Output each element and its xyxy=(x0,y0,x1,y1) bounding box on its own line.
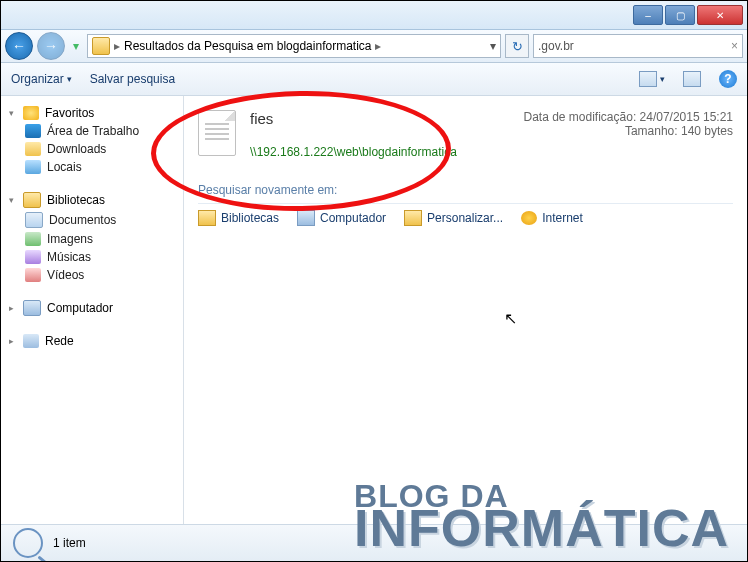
breadcrumb[interactable]: ▸ Resultados da Pesquisa em blogdainform… xyxy=(87,34,501,58)
search-again-computer[interactable]: Computador xyxy=(297,210,386,226)
file-icon xyxy=(198,110,236,156)
search-value: .gov.br xyxy=(538,39,574,53)
sidebar-item-desktop[interactable]: Área de Trabalho xyxy=(7,122,177,140)
collapse-icon: ▾ xyxy=(9,108,17,118)
toolbar: Organizar ▾ Salvar pesquisa ▾ ? xyxy=(1,63,747,96)
result-mod-label: Data de modificação: xyxy=(524,110,637,124)
navbar: ← → ▾ ▸ Resultados da Pesquisa em blogda… xyxy=(1,30,747,63)
result-size-label: Tamanho: xyxy=(625,124,678,138)
music-icon xyxy=(25,250,41,264)
status-bar: 1 item xyxy=(1,524,747,561)
search-again-internet[interactable]: Internet xyxy=(521,211,583,225)
search-again-section: Pesquisar novamente em: Bibliotecas Comp… xyxy=(198,183,733,226)
close-button[interactable]: ✕ xyxy=(697,5,743,25)
sidebar-item-music[interactable]: Músicas xyxy=(7,248,177,266)
sidebar-item-videos[interactable]: Vídeos xyxy=(7,266,177,284)
back-button[interactable]: ← xyxy=(5,32,33,60)
status-count: 1 item xyxy=(53,536,86,550)
breadcrumb-sep-icon: ▸ xyxy=(375,39,381,53)
sidebar-item-images[interactable]: Imagens xyxy=(7,230,177,248)
content-pane: fies \\192.168.1.222\web\blogdainformati… xyxy=(184,96,747,528)
folder-icon xyxy=(404,210,422,226)
search-icon xyxy=(13,528,43,558)
internet-icon xyxy=(521,211,537,225)
sidebar-computer[interactable]: ▸ Computador xyxy=(7,298,177,318)
downloads-icon xyxy=(25,142,41,156)
breadcrumb-dropdown-icon[interactable]: ▾ xyxy=(490,39,496,53)
search-result[interactable]: fies \\192.168.1.222\web\blogdainformati… xyxy=(198,104,733,165)
expand-icon: ▸ xyxy=(9,336,17,346)
help-button[interactable]: ? xyxy=(719,70,737,88)
documents-icon xyxy=(25,212,43,228)
clear-search-icon[interactable]: × xyxy=(731,39,738,53)
chevron-down-icon: ▾ xyxy=(660,74,665,84)
refresh-button[interactable]: ↻ xyxy=(505,34,529,58)
preview-pane-button[interactable] xyxy=(683,71,701,87)
folder-icon xyxy=(92,37,110,55)
result-path: \\192.168.1.222\web\blogdainformatica xyxy=(250,145,510,159)
sidebar-network[interactable]: ▸ Rede xyxy=(7,332,177,350)
chevron-down-icon: ▾ xyxy=(67,74,72,84)
places-icon xyxy=(25,160,41,174)
sidebar-libraries[interactable]: ▾ Bibliotecas xyxy=(7,190,177,210)
cursor-icon: ↖ xyxy=(504,309,517,328)
maximize-button[interactable]: ▢ xyxy=(665,5,695,25)
videos-icon xyxy=(25,268,41,282)
network-icon xyxy=(23,334,39,348)
expand-icon: ▸ xyxy=(9,303,17,313)
save-search-button[interactable]: Salvar pesquisa xyxy=(90,72,175,86)
desktop-icon xyxy=(25,124,41,138)
sidebar-item-places[interactable]: Locais xyxy=(7,158,177,176)
breadcrumb-label: Resultados da Pesquisa em blogdainformat… xyxy=(124,39,371,53)
sidebar-favorites[interactable]: ▾ Favoritos xyxy=(7,104,177,122)
sidebar: ▾ Favoritos Área de Trabalho Downloads L… xyxy=(1,96,184,528)
breadcrumb-sep-icon: ▸ xyxy=(114,39,120,53)
sidebar-item-documents[interactable]: Documentos xyxy=(7,210,177,230)
view-mode-button[interactable]: ▾ xyxy=(639,71,665,87)
organize-button[interactable]: Organizar ▾ xyxy=(11,72,72,86)
result-title: fies xyxy=(250,110,510,127)
images-icon xyxy=(25,232,41,246)
result-mod-value: 24/07/2015 15:21 xyxy=(640,110,733,124)
titlebar: – ▢ ✕ xyxy=(1,1,747,30)
search-again-customize[interactable]: Personalizar... xyxy=(404,210,503,226)
nav-history-dropdown[interactable]: ▾ xyxy=(69,35,83,57)
result-size-value: 140 bytes xyxy=(681,124,733,138)
sidebar-item-downloads[interactable]: Downloads xyxy=(7,140,177,158)
star-icon xyxy=(23,106,39,120)
search-again-libraries[interactable]: Bibliotecas xyxy=(198,210,279,226)
view-icon xyxy=(639,71,657,87)
minimize-button[interactable]: – xyxy=(633,5,663,25)
computer-icon xyxy=(23,300,41,316)
libraries-icon xyxy=(198,210,216,226)
search-again-label: Pesquisar novamente em: xyxy=(198,183,733,197)
search-input[interactable]: .gov.br × xyxy=(533,34,743,58)
collapse-icon: ▾ xyxy=(9,195,17,205)
forward-button[interactable]: → xyxy=(37,32,65,60)
libraries-icon xyxy=(23,192,41,208)
computer-icon xyxy=(297,210,315,226)
